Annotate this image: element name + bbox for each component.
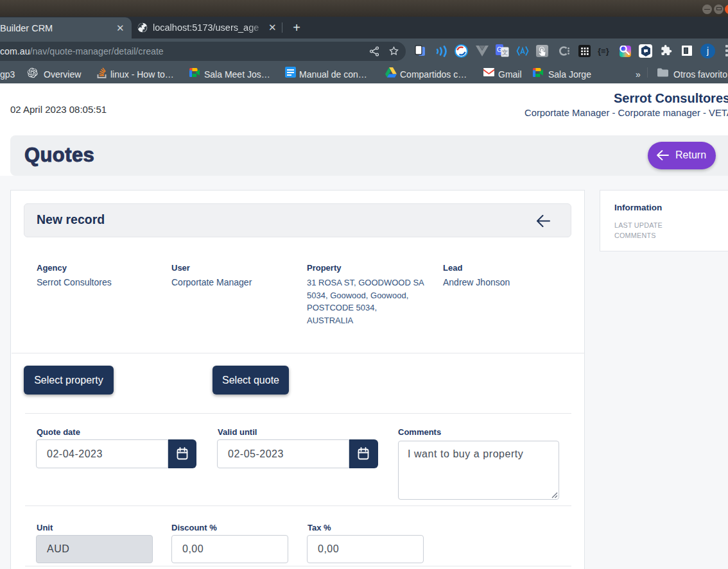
svg-text:文: 文 [502,49,508,56]
